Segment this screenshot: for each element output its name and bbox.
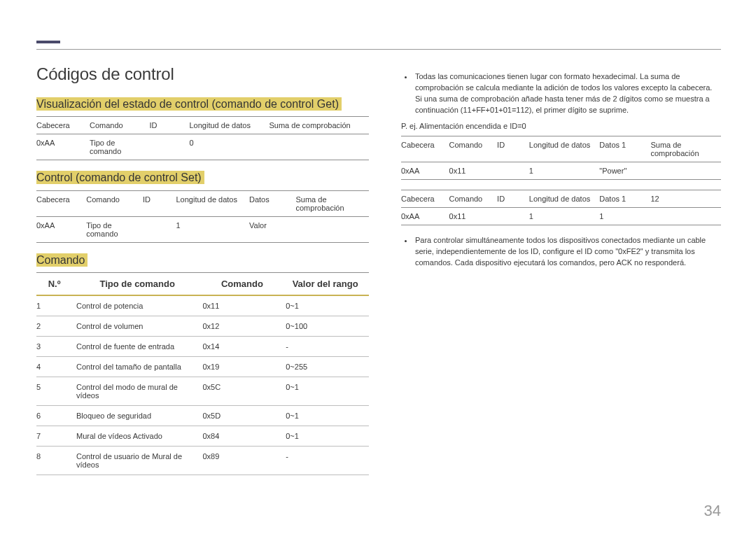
cmd-td: - [286, 337, 369, 357]
cmd-td: 1 [36, 295, 76, 316]
ex1-td-2 [497, 162, 529, 179]
set-th-4: Datos [249, 190, 296, 216]
content-columns: Códigos de control Visualización del est… [36, 64, 721, 475]
set-table-row: 0xAA Tipo de comando 1 Valor [36, 216, 369, 242]
cmd-td: 0x11 [203, 295, 286, 316]
note-bullet-1: Todas las comunicaciones tienen lugar co… [414, 71, 721, 116]
get-th-0: Cabecera [36, 117, 90, 134]
get-th-3: Longitud de datos [190, 117, 270, 134]
set-td-0: 0xAA [36, 216, 86, 242]
cmd-td: Control de fuente de entrada [76, 337, 203, 357]
cmd-td: 0x12 [203, 316, 286, 337]
set-td-2 [143, 216, 176, 242]
get-td-1: Tipo de comando [90, 134, 150, 160]
set-th-5: Suma de comprobación [296, 190, 370, 216]
cmd-td: 0x19 [203, 357, 286, 377]
ex1-td-4: "Power" [599, 162, 650, 179]
cmd-td: 0x5D [203, 406, 286, 426]
set-td-1: Tipo de comando [86, 216, 143, 242]
cmd-td: 6 [36, 406, 76, 426]
cmd-td: - [286, 447, 369, 475]
ex1-td-5 [650, 162, 721, 179]
ex1-td-1: 0x11 [449, 162, 498, 179]
cmd-th-2: Comando [203, 273, 286, 296]
ex1-th-5: Suma de comprobación [650, 136, 721, 162]
ex2-th-2: ID [497, 190, 529, 207]
cmd-td: 0x84 [203, 426, 286, 447]
cmd-td: 8 [36, 447, 76, 475]
set-th-2: ID [143, 190, 176, 216]
note-bullet-2: Para controlar simultáneamente todos los… [414, 235, 721, 269]
cmd-td: 4 [36, 357, 76, 377]
ex2-th-1: Comando [449, 190, 498, 207]
cmd-table: N.º Tipo de comando Comando Valor del ra… [36, 272, 369, 475]
cmd-table-row: 8Control de usuario de Mural de vídeos0x… [36, 447, 369, 475]
top-horizontal-rule [36, 49, 721, 50]
cmd-td: 2 [36, 316, 76, 337]
ex1-th-1: Comando [449, 136, 498, 162]
cmd-td: 0~1 [286, 426, 369, 447]
ex2-row: 0xAA 0x11 1 1 [401, 207, 721, 225]
section-cmd-heading-wrap: Comando [36, 253, 369, 268]
ex2-th-0: Cabecera [401, 190, 449, 207]
set-table: Cabecera Comando ID Longitud de datos Da… [36, 190, 369, 243]
ex2-td-3: 1 [529, 207, 600, 225]
ex1-header-row: Cabecera Comando ID Longitud de datos Da… [401, 136, 721, 162]
cmd-th-1: Tipo de comando [76, 273, 203, 296]
get-th-4: Suma de comprobación [270, 117, 370, 134]
cmd-td: Control de usuario de Mural de vídeos [76, 447, 203, 475]
example-table-2: Cabecera Comando ID Longitud de datos Da… [401, 190, 721, 225]
get-th-1: Comando [90, 117, 150, 134]
get-td-0: 0xAA [36, 134, 90, 160]
set-td-4: Valor [249, 216, 296, 242]
cmd-table-row: 5Control del modo de mural de vídeos0x5C… [36, 377, 369, 406]
get-th-2: ID [150, 117, 190, 134]
cmd-td: Mural de vídeos Activado [76, 426, 203, 447]
cmd-td: 0x5C [203, 377, 286, 406]
get-table-header-row: Cabecera Comando ID Longitud de datos Su… [36, 117, 369, 134]
ex2-th-4: Datos 1 [599, 190, 650, 207]
cmd-table-row: 2Control de volumen0x120~100 [36, 316, 369, 337]
section-set-heading: Control (comando de control Set) [36, 171, 204, 184]
set-td-5 [296, 216, 370, 242]
cmd-td: 3 [36, 337, 76, 357]
set-th-1: Comando [86, 190, 143, 216]
ex2-td-5 [650, 207, 721, 225]
cmd-td: Control de potencia [76, 295, 203, 316]
set-table-header-row: Cabecera Comando ID Longitud de datos Da… [36, 190, 369, 216]
cmd-td: Bloqueo de seguridad [76, 406, 203, 426]
cmd-th-0: N.º [36, 273, 76, 296]
ex2-td-0: 0xAA [401, 207, 449, 225]
ex1-th-3: Longitud de datos [529, 136, 600, 162]
page-number: 34 [704, 502, 721, 520]
cmd-td: 0~1 [286, 377, 369, 406]
set-th-3: Longitud de datos [176, 190, 250, 216]
get-table-row: 0xAA Tipo de comando 0 [36, 134, 369, 160]
cmd-table-row: 1Control de potencia0x110~1 [36, 295, 369, 316]
get-td-2 [150, 134, 190, 160]
ex2-th-5: 12 [650, 190, 721, 207]
cmd-table-header-row: N.º Tipo de comando Comando Valor del ra… [36, 273, 369, 296]
cmd-td: Control del tamaño de pantalla [76, 357, 203, 377]
page-title: Códigos de control [36, 64, 369, 84]
get-td-3: 0 [190, 134, 270, 160]
cmd-table-row: 7Mural de vídeos Activado0x840~1 [36, 426, 369, 447]
ex1-th-0: Cabecera [401, 136, 449, 162]
ex1-th-2: ID [497, 136, 529, 162]
ex1-td-3: 1 [529, 162, 600, 179]
set-td-3: 1 [176, 216, 250, 242]
ex1-th-4: Datos 1 [599, 136, 650, 162]
notes-list-2: Para controlar simultáneamente todos los… [388, 235, 721, 269]
example-label: P. ej. Alimentación encendida e ID=0 [401, 122, 721, 130]
cmd-td: 7 [36, 426, 76, 447]
right-column: Todas las comunicaciones tienen lugar co… [388, 64, 721, 475]
cmd-td: Control del modo de mural de vídeos [76, 377, 203, 406]
cmd-table-row: 4Control del tamaño de pantalla0x190~255 [36, 357, 369, 377]
ex1-td-0: 0xAA [401, 162, 449, 179]
cmd-td: Control de volumen [76, 316, 203, 337]
ex2-td-4: 1 [599, 207, 650, 225]
set-th-0: Cabecera [36, 190, 86, 216]
get-table: Cabecera Comando ID Longitud de datos Su… [36, 116, 369, 160]
cmd-td: 0x14 [203, 337, 286, 357]
section-cmd-heading: Comando [36, 253, 88, 267]
